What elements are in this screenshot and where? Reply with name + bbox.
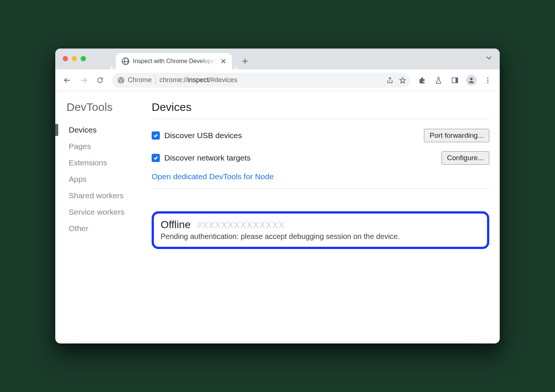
device-message: Pending authentication: please accept de… bbox=[161, 232, 480, 241]
port-forwarding-button[interactable]: Port forwarding... bbox=[424, 129, 489, 142]
avatar-icon bbox=[466, 75, 477, 85]
url-text: chrome://inspect/#devices bbox=[159, 76, 237, 84]
back-button[interactable] bbox=[61, 74, 74, 87]
checkbox-network-label: Discover network targets bbox=[164, 153, 251, 162]
tab-bar: Inspect with Chrome Developer bbox=[55, 49, 500, 69]
svg-rect-3 bbox=[456, 78, 458, 83]
tab-dropdown-button[interactable] bbox=[486, 55, 492, 61]
toolbar: Chrome chrome://inspect/#devices bbox=[55, 69, 500, 91]
reload-button[interactable] bbox=[93, 74, 107, 87]
sidebar-item-other[interactable]: Other bbox=[64, 220, 148, 237]
new-tab-button[interactable] bbox=[239, 55, 251, 68]
label-usb[interactable]: Discover USB devices bbox=[152, 131, 242, 140]
sidebar: DevTools Devices Pages Extensions Apps S… bbox=[62, 101, 148, 334]
page-content: DevTools Devices Pages Extensions Apps S… bbox=[55, 91, 500, 343]
window-controls bbox=[63, 56, 86, 61]
share-icon[interactable] bbox=[386, 77, 394, 84]
sidebar-item-devices[interactable]: Devices bbox=[64, 122, 148, 138]
chrome-icon bbox=[117, 77, 125, 84]
svg-point-6 bbox=[487, 80, 489, 81]
label-network[interactable]: Discover network targets bbox=[152, 153, 251, 162]
tab-title: Inspect with Chrome Developer bbox=[133, 58, 216, 65]
sidebar-item-extensions[interactable]: Extensions bbox=[64, 155, 148, 171]
checkbox-usb[interactable] bbox=[152, 131, 160, 140]
bookmark-icon[interactable] bbox=[399, 77, 406, 84]
address-bar[interactable]: Chrome chrome://inspect/#devices bbox=[112, 73, 410, 88]
separator bbox=[155, 76, 156, 84]
device-status-box: Offline #XXXXXXXXXXXXX Pending authentic… bbox=[152, 211, 489, 249]
svg-point-1 bbox=[120, 79, 123, 81]
menu-button[interactable] bbox=[481, 74, 494, 87]
sidebar-item-apps[interactable]: Apps bbox=[64, 171, 148, 187]
configure-button[interactable]: Configure... bbox=[441, 151, 489, 165]
sidebar-item-service-workers[interactable]: Service workers bbox=[64, 204, 148, 220]
extensions-icon[interactable] bbox=[415, 74, 429, 87]
chrome-chip: Chrome bbox=[117, 76, 152, 84]
browser-window: Inspect with Chrome Developer Chrome bbox=[55, 49, 500, 343]
close-window-button[interactable] bbox=[63, 56, 68, 61]
profile-button[interactable] bbox=[465, 74, 478, 87]
chrome-chip-label: Chrome bbox=[128, 76, 152, 84]
sidebar-item-pages[interactable]: Pages bbox=[64, 138, 148, 155]
minimize-window-button[interactable] bbox=[72, 56, 77, 61]
globe-icon bbox=[122, 57, 129, 65]
labs-icon[interactable] bbox=[432, 74, 445, 87]
checkbox-network[interactable] bbox=[152, 154, 160, 162]
sidebar-title: DevTools bbox=[66, 101, 148, 113]
device-status: Offline bbox=[161, 219, 190, 231]
node-devtools-link[interactable]: Open dedicated DevTools for Node bbox=[152, 169, 274, 181]
maximize-window-button[interactable] bbox=[81, 56, 86, 61]
page-heading: Devices bbox=[152, 101, 489, 113]
row-network: Discover network targets Configure... bbox=[152, 147, 489, 169]
svg-point-7 bbox=[487, 82, 489, 83]
row-usb: Discover USB devices Port forwarding... bbox=[152, 124, 489, 147]
close-tab-button[interactable] bbox=[220, 58, 227, 65]
svg-point-5 bbox=[487, 77, 489, 79]
sidepanel-icon[interactable] bbox=[448, 74, 462, 87]
browser-tab[interactable]: Inspect with Chrome Developer bbox=[116, 53, 232, 69]
device-id: #XXXXXXXXXXXXX bbox=[197, 220, 285, 230]
checkbox-usb-label: Discover USB devices bbox=[164, 131, 242, 140]
sidebar-nav: Devices Pages Extensions Apps Shared wor… bbox=[64, 122, 148, 237]
forward-button[interactable] bbox=[77, 74, 90, 87]
main-panel: Devices Discover USB devices Port forwar… bbox=[152, 101, 493, 334]
svg-point-4 bbox=[470, 78, 473, 80]
sidebar-item-shared-workers[interactable]: Shared workers bbox=[64, 187, 148, 204]
discovery-section: Discover USB devices Port forwarding... … bbox=[152, 119, 489, 189]
